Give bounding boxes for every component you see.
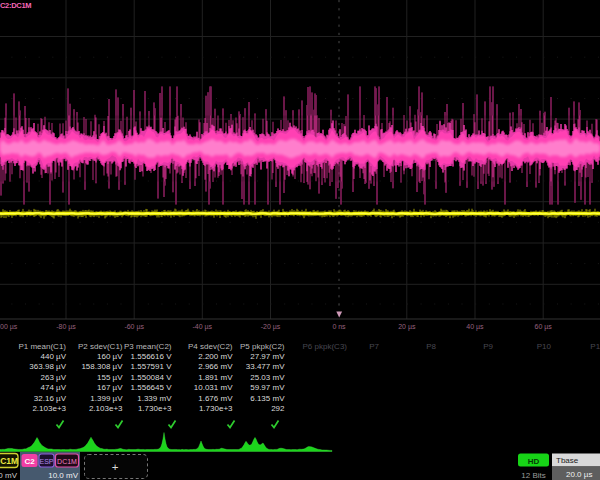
- svg-text:1.730e+3: 1.730e+3: [199, 404, 233, 413]
- svg-text:00 µs: 00 µs: [0, 323, 18, 331]
- svg-text:.0 mV: .0 mV: [0, 471, 18, 480]
- svg-text:C2: C2: [24, 457, 35, 466]
- svg-text:DC1M: DC1M: [57, 458, 77, 465]
- svg-text:HD: HD: [528, 457, 540, 466]
- svg-text:P11: P11: [590, 342, 600, 351]
- svg-text:167 µV: 167 µV: [97, 383, 123, 392]
- svg-text:ESP: ESP: [39, 458, 53, 465]
- svg-text:DC1M: DC1M: [0, 456, 18, 466]
- svg-text:P8: P8: [426, 342, 436, 351]
- svg-text:1.399 µV: 1.399 µV: [90, 394, 123, 403]
- svg-text:1.557591 V: 1.557591 V: [131, 362, 173, 371]
- svg-text:10.0 mV: 10.0 mV: [48, 471, 78, 480]
- svg-text:33.477 mV: 33.477 mV: [246, 362, 285, 371]
- svg-text:-40 µs: -40 µs: [192, 323, 212, 331]
- svg-text:P3 mean(C2): P3 mean(C2): [124, 342, 172, 351]
- svg-text:Tbase: Tbase: [556, 456, 579, 465]
- svg-text:P10: P10: [537, 342, 552, 351]
- svg-text:2.200 mV: 2.200 mV: [198, 352, 233, 361]
- svg-text:12 Bits: 12 Bits: [521, 471, 545, 480]
- svg-text:2.103e+3: 2.103e+3: [89, 404, 123, 413]
- svg-text:P7: P7: [369, 342, 379, 351]
- svg-text:158.308 µV: 158.308 µV: [81, 362, 123, 371]
- svg-text:40 µs: 40 µs: [466, 323, 484, 331]
- svg-text:25.03 mV: 25.03 mV: [250, 373, 285, 382]
- svg-text:155 µV: 155 µV: [97, 373, 123, 382]
- svg-text:20 µs: 20 µs: [398, 323, 416, 331]
- svg-text:1.550084 V: 1.550084 V: [131, 373, 173, 382]
- svg-text:1.556616 V: 1.556616 V: [131, 352, 173, 361]
- svg-text:363.98 µV: 363.98 µV: [29, 362, 66, 371]
- svg-text:6.135 mV: 6.135 mV: [250, 394, 285, 403]
- svg-text:60 µs: 60 µs: [535, 323, 553, 331]
- svg-text:27.97 mV: 27.97 mV: [250, 352, 285, 361]
- svg-text:P6 pkpk(C3): P6 pkpk(C3): [303, 342, 348, 351]
- svg-text:P4 sdev(C2): P4 sdev(C2): [188, 342, 233, 351]
- svg-text:+: +: [112, 461, 119, 473]
- svg-text:P5 pkpk(C2): P5 pkpk(C2): [240, 342, 285, 351]
- svg-text:0 ns: 0 ns: [332, 323, 346, 330]
- svg-text:P1 mean(C1): P1 mean(C1): [18, 342, 66, 351]
- svg-text:2.966 mV: 2.966 mV: [198, 362, 233, 371]
- svg-text:160 µV: 160 µV: [97, 352, 123, 361]
- svg-text:59.97 mV: 59.97 mV: [250, 383, 285, 392]
- svg-text:-80 µs: -80 µs: [56, 323, 76, 331]
- svg-text:P9: P9: [483, 342, 493, 351]
- svg-text:292: 292: [271, 404, 285, 413]
- svg-text:C2:DC1M: C2:DC1M: [0, 1, 31, 10]
- svg-text:2.103e+3: 2.103e+3: [32, 404, 66, 413]
- svg-text:1.891 mV: 1.891 mV: [198, 373, 233, 382]
- svg-text:1.676 mV: 1.676 mV: [198, 394, 233, 403]
- svg-text:1.556645 V: 1.556645 V: [131, 383, 173, 392]
- svg-text:440 µV: 440 µV: [40, 352, 66, 361]
- svg-text:-20 µs: -20 µs: [261, 323, 281, 331]
- svg-text:P2 sdev(C1): P2 sdev(C1): [78, 342, 123, 351]
- svg-text:1.730e+3: 1.730e+3: [138, 404, 172, 413]
- svg-text:20.0 µs: 20.0 µs: [566, 470, 592, 479]
- svg-text:474 µV: 474 µV: [40, 383, 66, 392]
- svg-text:10.031 mV: 10.031 mV: [194, 383, 233, 392]
- svg-text:32.16 µV: 32.16 µV: [34, 394, 67, 403]
- svg-text:-60 µs: -60 µs: [124, 323, 144, 331]
- svg-text:1.339 mV: 1.339 mV: [137, 394, 172, 403]
- svg-text:263 µV: 263 µV: [40, 373, 66, 382]
